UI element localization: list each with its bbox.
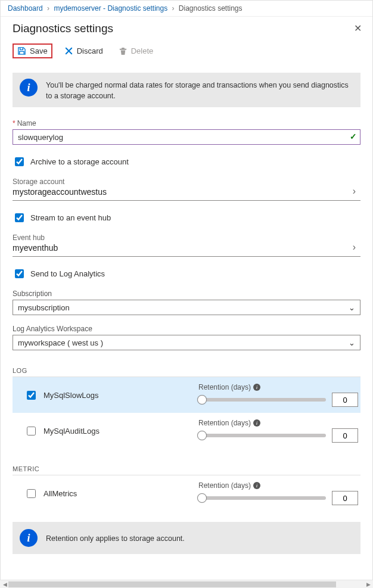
eventhub-label: Event hub bbox=[13, 234, 350, 242]
page-title: Diagnostics settings bbox=[13, 22, 352, 35]
retention-label: Retention (days) bbox=[198, 481, 251, 490]
name-input[interactable] bbox=[13, 129, 360, 145]
discard-label: Discard bbox=[77, 46, 103, 55]
info-icon: i bbox=[20, 529, 38, 547]
breadcrumb: Dashboard › mydemoserver - Diagnostic se… bbox=[1, 1, 372, 17]
stream-label: Stream to an event hub bbox=[30, 213, 111, 222]
auditlogs-name: MySqlAuditLogs bbox=[43, 427, 192, 435]
allmetrics-name: AllMetrics bbox=[43, 489, 192, 498]
horizontal-scrollbar[interactable]: ◀ ▶ bbox=[0, 580, 373, 588]
subscription-value: mysubscription bbox=[18, 303, 70, 312]
diagnostics-settings-pane: Dashboard › mydemoserver - Diagnostic se… bbox=[0, 0, 373, 588]
chevron-right-icon: › bbox=[350, 186, 358, 197]
stream-checkbox-row[interactable]: Stream to an event hub bbox=[13, 211, 360, 224]
workspace-field: Log Analytics Workspace myworkspace ( we… bbox=[13, 325, 360, 350]
info-icon: i bbox=[20, 79, 38, 97]
close-icon[interactable]: ✕ bbox=[352, 20, 364, 36]
subscription-select[interactable]: mysubscription ⌄ bbox=[13, 300, 360, 315]
info-text: Retention only applies to storage accoun… bbox=[46, 532, 185, 544]
storage-label: Storage account bbox=[13, 178, 350, 186]
log-row-slowlogs: MySqlSlowLogs Retention (days)i bbox=[13, 377, 360, 413]
section-metric: METRIC bbox=[13, 465, 360, 475]
discard-icon bbox=[64, 46, 73, 55]
chevron-down-icon: ⌄ bbox=[349, 303, 355, 312]
scrollbar-thumb[interactable] bbox=[8, 581, 336, 587]
name-field: *Name ✓ bbox=[13, 119, 360, 145]
workspace-label: Log Analytics Workspace bbox=[13, 325, 360, 333]
stream-checkbox[interactable] bbox=[15, 213, 24, 222]
loganalytics-checkbox[interactable] bbox=[15, 269, 24, 278]
scroll-left-icon[interactable]: ◀ bbox=[1, 581, 8, 587]
retention-slider[interactable] bbox=[198, 496, 326, 500]
archive-checkbox[interactable] bbox=[15, 157, 24, 166]
delete-icon bbox=[119, 46, 128, 55]
save-button[interactable]: Save bbox=[13, 43, 52, 58]
info-text: You'll be charged normal data rates for … bbox=[46, 79, 353, 101]
info-icon[interactable]: i bbox=[253, 384, 260, 391]
content-area: i You'll be charged normal data rates fo… bbox=[1, 63, 372, 587]
retention-input[interactable] bbox=[332, 428, 358, 443]
workspace-select[interactable]: myworkspace ( west us ) ⌄ bbox=[13, 335, 360, 350]
archive-checkbox-row[interactable]: Archive to a storage account bbox=[13, 155, 360, 168]
loganalytics-label: Send to Log Analytics bbox=[30, 269, 105, 278]
loganalytics-checkbox-row[interactable]: Send to Log Analytics bbox=[13, 267, 360, 280]
toolbar: Save Discard Delete bbox=[1, 39, 372, 63]
info-storage-charges: i You'll be charged normal data rates fo… bbox=[13, 73, 360, 107]
slowlogs-checkbox[interactable] bbox=[27, 391, 36, 400]
slowlogs-name: MySqlSlowLogs bbox=[43, 391, 192, 400]
subscription-field: Subscription mysubscription ⌄ bbox=[13, 290, 360, 315]
delete-label: Delete bbox=[131, 46, 154, 55]
retention-slider[interactable] bbox=[198, 434, 326, 437]
storage-account-picker[interactable]: Storage account mystorageaccountwestus › bbox=[13, 174, 360, 201]
breadcrumb-dashboard[interactable]: Dashboard bbox=[8, 4, 43, 13]
chevron-down-icon: ⌄ bbox=[349, 338, 355, 347]
discard-button[interactable]: Discard bbox=[61, 45, 107, 57]
retention-input[interactable] bbox=[332, 393, 358, 407]
section-log: LOG bbox=[13, 367, 360, 377]
eventhub-value: myeventhub bbox=[13, 243, 350, 253]
storage-value: mystorageaccountwestus bbox=[13, 187, 350, 197]
retention-label: Retention (days) bbox=[198, 419, 251, 427]
subscription-label: Subscription bbox=[13, 290, 360, 298]
archive-label: Archive to a storage account bbox=[30, 157, 129, 166]
retention-label: Retention (days) bbox=[198, 383, 251, 391]
delete-button: Delete bbox=[115, 45, 157, 57]
metric-row-allmetrics: AllMetrics Retention (days)i bbox=[13, 475, 360, 511]
auditlogs-checkbox[interactable] bbox=[27, 427, 36, 435]
retention-input[interactable] bbox=[332, 491, 358, 505]
chevron-right-icon: › bbox=[47, 4, 49, 13]
breadcrumb-current: Diagnostics settings bbox=[179, 4, 243, 13]
name-label: *Name bbox=[13, 119, 360, 127]
pane-header: Diagnostics settings ✕ bbox=[1, 17, 372, 39]
check-icon: ✓ bbox=[350, 132, 357, 141]
save-label: Save bbox=[30, 46, 48, 55]
scroll-right-icon[interactable]: ▶ bbox=[365, 581, 372, 587]
workspace-value: myworkspace ( west us ) bbox=[18, 338, 103, 347]
chevron-right-icon: › bbox=[172, 4, 174, 13]
info-icon[interactable]: i bbox=[253, 419, 260, 427]
save-icon bbox=[17, 46, 26, 55]
info-icon[interactable]: i bbox=[253, 482, 260, 489]
breadcrumb-server[interactable]: mydemoserver - Diagnostic settings bbox=[54, 4, 167, 13]
event-hub-picker[interactable]: Event hub myeventhub › bbox=[13, 230, 360, 257]
allmetrics-checkbox[interactable] bbox=[27, 489, 36, 498]
log-row-auditlogs: MySqlAuditLogs Retention (days)i bbox=[13, 413, 360, 449]
chevron-right-icon: › bbox=[350, 242, 358, 253]
retention-slider[interactable] bbox=[198, 398, 326, 402]
info-retention-note: i Retention only applies to storage acco… bbox=[13, 522, 360, 554]
